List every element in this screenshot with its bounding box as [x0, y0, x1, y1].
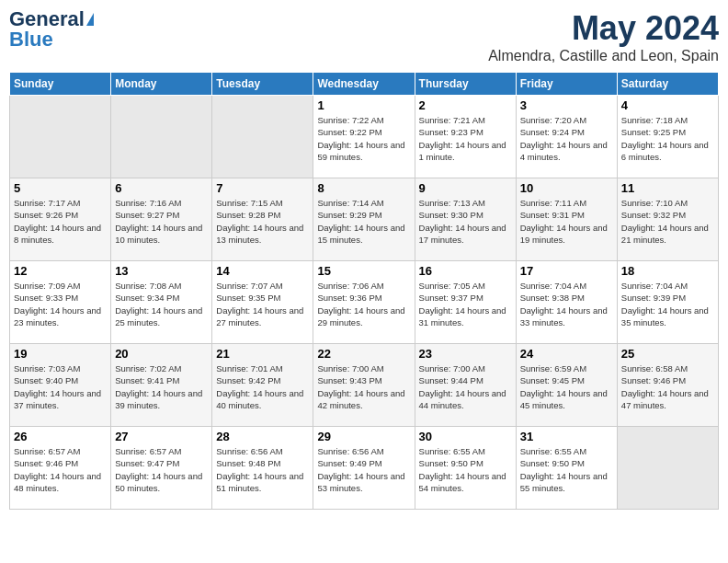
- day-number: 18: [621, 264, 714, 278]
- day-info: Sunrise: 7:10 AMSunset: 9:32 PMDaylight:…: [621, 197, 714, 246]
- calendar-cell: 13Sunrise: 7:08 AMSunset: 9:34 PMDayligh…: [111, 261, 212, 344]
- day-number: 26: [14, 430, 107, 443]
- day-info: Sunrise: 6:55 AMSunset: 9:50 PMDaylight:…: [520, 445, 613, 494]
- calendar-cell: 12Sunrise: 7:09 AMSunset: 9:33 PMDayligh…: [10, 261, 111, 344]
- calendar-cell: 17Sunrise: 7:04 AMSunset: 9:38 PMDayligh…: [516, 261, 617, 344]
- day-info: Sunrise: 7:00 AMSunset: 9:44 PMDaylight:…: [419, 362, 512, 411]
- calendar-cell: [10, 96, 111, 178]
- calendar-cell: 24Sunrise: 6:59 AMSunset: 9:45 PMDayligh…: [516, 344, 617, 427]
- day-number: 19: [14, 347, 107, 361]
- calendar-cell: 28Sunrise: 6:56 AMSunset: 9:48 PMDayligh…: [212, 427, 313, 510]
- day-info: Sunrise: 7:06 AMSunset: 9:36 PMDaylight:…: [317, 280, 410, 328]
- day-info: Sunrise: 7:07 AMSunset: 9:35 PMDaylight:…: [216, 280, 309, 328]
- calendar-cell: 7Sunrise: 7:15 AMSunset: 9:28 PMDaylight…: [212, 178, 313, 261]
- day-number: 10: [520, 181, 613, 195]
- day-number: 16: [419, 264, 512, 278]
- calendar-cell: 22Sunrise: 7:00 AMSunset: 9:43 PMDayligh…: [313, 344, 415, 427]
- day-info: Sunrise: 7:16 AMSunset: 9:27 PMDaylight:…: [115, 197, 208, 246]
- day-number: 17: [520, 264, 613, 278]
- calendar-cell: [111, 96, 212, 178]
- day-number: 27: [115, 430, 208, 443]
- weekday-header: Wednesday: [313, 73, 415, 96]
- calendar-cell: 3Sunrise: 7:20 AMSunset: 9:24 PMDaylight…: [516, 96, 617, 178]
- day-number: 14: [216, 264, 309, 278]
- weekday-header: Sunday: [10, 73, 111, 96]
- day-number: 31: [520, 430, 613, 443]
- calendar-cell: 19Sunrise: 7:03 AMSunset: 9:40 PMDayligh…: [10, 344, 111, 427]
- day-info: Sunrise: 6:55 AMSunset: 9:50 PMDaylight:…: [419, 445, 512, 494]
- calendar-cell: 23Sunrise: 7:00 AMSunset: 9:44 PMDayligh…: [415, 344, 516, 427]
- calendar-week-row: 12Sunrise: 7:09 AMSunset: 9:33 PMDayligh…: [10, 261, 719, 344]
- logo-general-text: General: [9, 9, 85, 29]
- day-number: 6: [115, 181, 208, 195]
- calendar-cell: 8Sunrise: 7:14 AMSunset: 9:29 PMDaylight…: [313, 178, 415, 261]
- day-info: Sunrise: 7:09 AMSunset: 9:33 PMDaylight:…: [14, 280, 107, 328]
- logo-blue-text: Blue: [9, 29, 94, 50]
- day-info: Sunrise: 6:56 AMSunset: 9:49 PMDaylight:…: [317, 445, 410, 494]
- calendar-cell: 27Sunrise: 6:57 AMSunset: 9:47 PMDayligh…: [111, 427, 212, 510]
- day-number: 7: [216, 181, 309, 195]
- day-info: Sunrise: 7:11 AMSunset: 9:31 PMDaylight:…: [520, 197, 613, 246]
- day-number: 23: [419, 347, 512, 361]
- weekday-header: Saturday: [617, 73, 718, 96]
- logo: General Blue: [9, 9, 94, 50]
- day-info: Sunrise: 6:56 AMSunset: 9:48 PMDaylight:…: [216, 445, 309, 494]
- title-block: May 2024 Almendra, Castille and Leon, Sp…: [488, 9, 719, 64]
- calendar-cell: 14Sunrise: 7:07 AMSunset: 9:35 PMDayligh…: [212, 261, 313, 344]
- logo-triangle-icon: [86, 13, 94, 26]
- day-info: Sunrise: 7:15 AMSunset: 9:28 PMDaylight:…: [216, 197, 309, 246]
- day-number: 3: [520, 98, 613, 112]
- day-info: Sunrise: 7:13 AMSunset: 9:30 PMDaylight:…: [419, 197, 512, 246]
- calendar-cell: [617, 427, 718, 510]
- day-number: 8: [317, 181, 410, 195]
- day-info: Sunrise: 7:17 AMSunset: 9:26 PMDaylight:…: [14, 197, 107, 246]
- day-info: Sunrise: 7:05 AMSunset: 9:37 PMDaylight:…: [419, 280, 512, 328]
- day-info: Sunrise: 7:04 AMSunset: 9:38 PMDaylight:…: [520, 280, 613, 328]
- calendar-cell: [212, 96, 313, 178]
- day-info: Sunrise: 7:08 AMSunset: 9:34 PMDaylight:…: [115, 280, 208, 328]
- calendar-week-row: 5Sunrise: 7:17 AMSunset: 9:26 PMDaylight…: [10, 178, 719, 261]
- calendar-header-row: SundayMondayTuesdayWednesdayThursdayFrid…: [10, 73, 719, 96]
- day-number: 1: [317, 98, 410, 112]
- day-number: 9: [419, 181, 512, 195]
- day-number: 12: [14, 264, 107, 278]
- calendar-week-row: 1Sunrise: 7:22 AMSunset: 9:22 PMDaylight…: [10, 96, 719, 178]
- day-number: 15: [317, 264, 410, 278]
- page-header: General Blue May 2024 Almendra, Castille…: [9, 9, 719, 64]
- day-number: 20: [115, 347, 208, 361]
- calendar-cell: 2Sunrise: 7:21 AMSunset: 9:23 PMDaylight…: [415, 96, 516, 178]
- weekday-header: Thursday: [415, 73, 516, 96]
- day-info: Sunrise: 7:22 AMSunset: 9:22 PMDaylight:…: [317, 114, 410, 163]
- calendar-cell: 4Sunrise: 7:18 AMSunset: 9:25 PMDaylight…: [617, 96, 718, 178]
- day-number: 24: [520, 347, 613, 361]
- calendar-cell: 11Sunrise: 7:10 AMSunset: 9:32 PMDayligh…: [617, 178, 718, 261]
- day-info: Sunrise: 7:01 AMSunset: 9:42 PMDaylight:…: [216, 362, 309, 411]
- calendar-cell: 25Sunrise: 6:58 AMSunset: 9:46 PMDayligh…: [617, 344, 718, 427]
- day-number: 30: [419, 430, 512, 443]
- day-number: 2: [419, 98, 512, 112]
- day-info: Sunrise: 7:14 AMSunset: 9:29 PMDaylight:…: [317, 197, 410, 246]
- calendar-cell: 16Sunrise: 7:05 AMSunset: 9:37 PMDayligh…: [415, 261, 516, 344]
- page-subtitle: Almendra, Castille and Leon, Spain: [488, 48, 719, 64]
- calendar-cell: 30Sunrise: 6:55 AMSunset: 9:50 PMDayligh…: [415, 427, 516, 510]
- day-info: Sunrise: 6:59 AMSunset: 9:45 PMDaylight:…: [520, 362, 613, 411]
- calendar-table: SundayMondayTuesdayWednesdayThursdayFrid…: [9, 72, 719, 510]
- day-info: Sunrise: 7:00 AMSunset: 9:43 PMDaylight:…: [317, 362, 410, 411]
- calendar-cell: 29Sunrise: 6:56 AMSunset: 9:49 PMDayligh…: [313, 427, 415, 510]
- calendar-cell: 1Sunrise: 7:22 AMSunset: 9:22 PMDaylight…: [313, 96, 415, 178]
- day-info: Sunrise: 7:20 AMSunset: 9:24 PMDaylight:…: [520, 114, 613, 163]
- day-info: Sunrise: 7:03 AMSunset: 9:40 PMDaylight:…: [14, 362, 107, 411]
- calendar-cell: 21Sunrise: 7:01 AMSunset: 9:42 PMDayligh…: [212, 344, 313, 427]
- calendar-cell: 6Sunrise: 7:16 AMSunset: 9:27 PMDaylight…: [111, 178, 212, 261]
- weekday-header: Monday: [111, 73, 212, 96]
- day-info: Sunrise: 7:02 AMSunset: 9:41 PMDaylight:…: [115, 362, 208, 411]
- day-info: Sunrise: 6:58 AMSunset: 9:46 PMDaylight:…: [621, 362, 714, 411]
- calendar-cell: 5Sunrise: 7:17 AMSunset: 9:26 PMDaylight…: [10, 178, 111, 261]
- weekday-header: Friday: [516, 73, 617, 96]
- day-number: 28: [216, 430, 309, 443]
- day-info: Sunrise: 6:57 AMSunset: 9:47 PMDaylight:…: [115, 445, 208, 494]
- day-number: 21: [216, 347, 309, 361]
- calendar-cell: 9Sunrise: 7:13 AMSunset: 9:30 PMDaylight…: [415, 178, 516, 261]
- calendar-cell: 18Sunrise: 7:04 AMSunset: 9:39 PMDayligh…: [617, 261, 718, 344]
- day-number: 22: [317, 347, 410, 361]
